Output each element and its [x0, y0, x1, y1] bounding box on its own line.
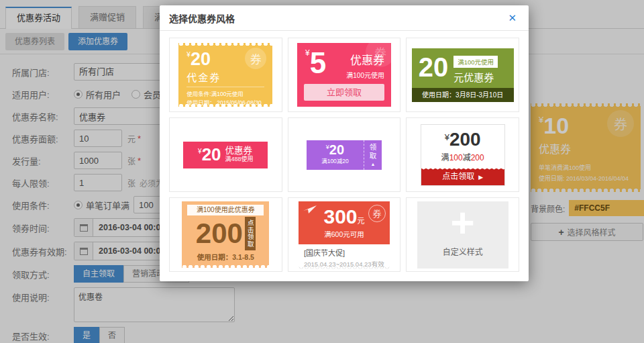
triangle-up-icon: ▲	[371, 162, 376, 166]
card-value: 200	[449, 129, 481, 150]
card-value: 20	[202, 144, 221, 164]
card-value: 20	[419, 52, 449, 84]
coupon-style-modal: 选择优惠券风格 ✕ 券 ¥20 代金券 使用条件:满100元使用 使用日期： 2…	[160, 5, 529, 281]
coupon-card: ¥200 满100减200 点击领取▶	[421, 124, 505, 186]
card-value: 200	[196, 219, 243, 248]
coupon-card: 满100使用此优惠券 200 点击领取 使用日期：3.1-8.5	[182, 201, 269, 268]
style-option-custom[interactable]: + 自定义样式	[406, 197, 519, 272]
card-condition: 满100减20	[307, 156, 364, 164]
card-value: 300	[323, 205, 357, 228]
card-top: 券 300元 满600元可用	[299, 201, 390, 244]
card-terms: 使用条件:满100元使用 使用日期： 2015/05/06-08/30	[186, 87, 264, 107]
style-option-pink[interactable]: 券 ¥5 优惠券 满100元使用 立即领取	[288, 38, 401, 112]
card-amount: ¥5	[305, 48, 326, 80]
modal-title: 选择优惠券风格	[169, 11, 505, 25]
claim-tab[interactable]: 领取 ▲	[364, 140, 382, 170]
card-condition: 满488使用	[225, 156, 254, 163]
card-condition: 满100元使用	[346, 70, 384, 80]
coupon-card: 20 满100元使用 元优惠券 使用日期：3月8日-3月10日	[412, 48, 514, 102]
card-title: 代金券	[186, 70, 264, 84]
card-condition-tag: 满100元使用	[453, 56, 498, 68]
card-header: 满100使用此优惠券	[187, 205, 264, 215]
card-value: 20	[191, 49, 211, 69]
claim-now-button[interactable]: 立即领取	[304, 84, 384, 101]
style-option-white-red[interactable]: ¥200 满100减200 点击领取▶	[406, 117, 519, 192]
coupon-card: ¥20 优惠券 满488使用	[183, 142, 268, 168]
card-title: 元优惠券	[453, 70, 498, 84]
coupon-card: 券 ¥5 优惠券 满100元使用 立即领取	[297, 43, 391, 107]
card-middle: 200 点击领取	[182, 217, 269, 250]
card-right: 优惠券 满488使用	[225, 146, 254, 163]
card-currency: ¥	[305, 48, 310, 58]
card-date: 使用日期：3.1-8.5	[182, 252, 269, 262]
card-condition: 使用条件:满100元使用	[186, 90, 264, 99]
modal-header: 选择优惠券风格 ✕	[160, 5, 529, 31]
coupon-card: 券 300元 满600元可用 [国庆节大促] 2015.04.23~2015.0…	[299, 201, 390, 268]
card-value: 5	[310, 46, 326, 79]
card-left: ¥20 满100减20	[307, 140, 364, 170]
card-unit: 元	[358, 217, 365, 225]
card-date: 使用日期： 2015/05/06-08/30	[186, 99, 264, 107]
card-value: 20	[329, 142, 344, 157]
cond-text: 减	[463, 153, 471, 162]
card-right: 满100元使用 元优惠券	[453, 52, 498, 84]
card-date: 使用日期：3月8日-3月10日	[412, 88, 514, 102]
card-top: 20 满100元使用 元优惠券	[412, 48, 514, 84]
click-claim-bar[interactable]: 点击领取▶	[421, 168, 504, 185]
cond-text: 满	[441, 153, 449, 162]
card-date: 2015.04.23~2015.04.23有效	[304, 259, 384, 268]
style-option-purple-band[interactable]: ¥20 满100减20 领取 ▲	[288, 117, 401, 192]
coupon-card: 券 ¥20 代金券 使用条件:满100元使用 使用日期： 2015/05/06-…	[178, 43, 272, 107]
style-option-yellow-ticket[interactable]: 券 ¥20 代金券 使用条件:满100元使用 使用日期： 2015/05/06-…	[169, 38, 282, 112]
coupon-stamp-icon: 券	[368, 205, 386, 222]
card-amount: ¥20	[307, 142, 364, 158]
style-grid: 券 ¥20 代金券 使用条件:满100元使用 使用日期： 2015/05/06-…	[160, 31, 529, 281]
cond-number: 100	[449, 153, 463, 162]
claim-label: 领取	[368, 144, 378, 160]
claim-tab[interactable]: 点击领取	[245, 217, 256, 250]
custom-style-card: + 自定义样式	[417, 201, 508, 268]
claim-label: 点击领取	[246, 219, 255, 248]
card-currency: ¥	[445, 132, 449, 142]
coupon-card: ¥20 满100减20 领取 ▲	[307, 140, 382, 170]
claim-label: 点击领取	[442, 172, 474, 181]
coupon-admin-page: 优惠券活动 满赠促销 满减促销 优惠券列表 添加优惠券 所属门店: 所有门店 适…	[0, 0, 644, 343]
plus-icon: +	[417, 201, 508, 244]
card-event: [国庆节大促]	[304, 247, 384, 258]
card-condition: 满100减200	[421, 151, 504, 162]
style-option-pink-band[interactable]: ¥20 优惠券 满488使用	[169, 117, 282, 192]
style-option-red-white[interactable]: 券 300元 满600元可用 [国庆节大促] 2015.04.23~2015.0…	[288, 197, 401, 272]
cond-number: 200	[471, 153, 484, 162]
close-icon[interactable]: ✕	[505, 11, 519, 26]
card-condition: 满600元可用	[299, 229, 390, 239]
style-option-orange[interactable]: 满100使用此优惠券 200 点击领取 使用日期：3.1-8.5	[169, 197, 282, 272]
card-title: 优惠券	[225, 146, 254, 156]
card-amount: ¥200	[421, 129, 504, 150]
card-bottom: [国庆节大促] 2015.04.23~2015.04.23有效	[299, 244, 390, 268]
triangle-right-icon: ▶	[478, 174, 483, 181]
style-option-green[interactable]: 20 满100元使用 元优惠券 使用日期：3月8日-3月10日	[406, 38, 519, 112]
card-amount: ¥20	[198, 144, 221, 165]
custom-style-label: 自定义样式	[417, 246, 508, 257]
paper-plane-icon	[303, 205, 317, 217]
